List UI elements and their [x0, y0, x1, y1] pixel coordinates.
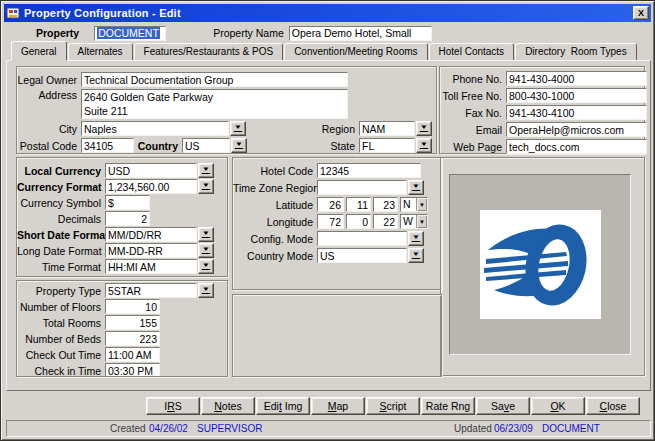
list-of-values-icon: ▼ [202, 167, 210, 174]
property-details-group: Property Type ▼ Number of Floors Total R… [16, 280, 228, 377]
decimals-input[interactable] [105, 211, 150, 226]
empty-panel [232, 294, 442, 377]
short-date-format-input[interactable] [105, 227, 197, 242]
region-input[interactable] [359, 121, 415, 136]
list-of-values-icon: ▼ [202, 231, 210, 238]
tab-general[interactable]: General [11, 41, 67, 60]
currency-format-input[interactable] [105, 179, 197, 194]
country-mode-label: Country Mode [233, 250, 317, 262]
number-of-beds-input[interactable] [105, 331, 160, 346]
state-input[interactable] [359, 138, 415, 153]
short-date-lov-button[interactable]: ▼ [198, 227, 214, 242]
fax-input[interactable] [506, 105, 647, 120]
property-name-input[interactable] [289, 26, 432, 41]
local-currency-input[interactable] [105, 163, 197, 178]
map-button[interactable]: Map [311, 397, 365, 415]
number-of-floors-label: Number of Floors [17, 301, 105, 313]
time-format-input[interactable] [105, 259, 197, 274]
phone-input[interactable] [506, 71, 647, 86]
property-header-row: Property DOCUMENT Property Name [1, 25, 654, 41]
longitude-minutes-input[interactable] [346, 214, 371, 229]
toll-free-label: Toll Free No. [440, 90, 506, 102]
check-in-time-input[interactable] [105, 363, 160, 377]
list-of-values-icon: ▼ [420, 125, 428, 132]
long-date-lov-button[interactable]: ▼ [198, 243, 214, 258]
time-format-label: Time Format [17, 261, 105, 273]
longitude-direction-select[interactable]: W ▼ [400, 214, 428, 229]
config-mode-input[interactable] [317, 231, 407, 246]
close-window-button[interactable]: X [633, 6, 649, 20]
check-out-time-input[interactable] [105, 347, 160, 362]
currency-format-lov-button[interactable]: ▼ [198, 179, 214, 194]
city-lov-button[interactable]: ▼ [230, 121, 246, 136]
city-input[interactable] [81, 121, 229, 136]
country-lov-button[interactable]: ▼ [231, 138, 247, 153]
number-of-beds-label: Number of Beds [17, 333, 105, 345]
fax-label: Fax No. [440, 107, 506, 119]
time-zone-region-input[interactable] [317, 180, 407, 195]
config-mode-lov-button[interactable]: ▼ [408, 231, 424, 246]
close-button[interactable]: Close [586, 397, 640, 415]
time-format-lov-button[interactable]: ▼ [198, 259, 214, 274]
hotel-code-input[interactable] [317, 163, 421, 178]
list-of-values-icon: ▼ [202, 247, 210, 254]
tab-alternates[interactable]: Alternates [68, 43, 133, 60]
property-input[interactable]: DOCUMENT [94, 26, 166, 41]
currency-symbol-input[interactable] [105, 195, 150, 210]
longitude-degrees-input[interactable] [317, 214, 344, 229]
latitude-minutes-input[interactable] [346, 197, 371, 212]
address-input[interactable]: 2640 Golden Gate Parkway Suite 211 [81, 89, 348, 119]
updated-label: Updated [454, 423, 492, 434]
state-lov-button[interactable]: ▼ [416, 138, 432, 153]
country-label: Country [134, 140, 182, 152]
property-type-lov-button[interactable]: ▼ [198, 283, 214, 298]
property-label: Property [36, 27, 79, 39]
updated-date: 06/23/09 [494, 423, 533, 434]
notes-button[interactable]: Notes [201, 397, 255, 415]
save-button[interactable]: Save [476, 397, 530, 415]
tab-hotel-contacts[interactable]: Hotel Contacts [429, 43, 515, 60]
legal-owner-input[interactable] [81, 72, 348, 87]
tab-directory-room-types[interactable]: Directory Room Types [515, 43, 637, 60]
region-lov-button[interactable]: ▼ [416, 121, 432, 136]
ok-button[interactable]: OK [531, 397, 585, 415]
country-input[interactable] [182, 138, 230, 153]
title-bar[interactable]: Property Configuration - Edit X [4, 4, 651, 22]
long-date-format-input[interactable] [105, 243, 197, 258]
list-of-values-icon: ▼ [420, 142, 428, 149]
chevron-down-icon: ▼ [416, 215, 427, 228]
web-page-input[interactable] [506, 139, 647, 154]
time-zone-lov-button[interactable]: ▼ [408, 180, 424, 195]
region-label: Region [313, 123, 359, 135]
latitude-seconds-input[interactable] [373, 197, 398, 212]
country-mode-lov-button[interactable]: ▼ [408, 248, 424, 263]
city-label: City [17, 123, 81, 135]
script-button[interactable]: Script [366, 397, 420, 415]
country-mode-input[interactable] [317, 248, 407, 263]
long-date-format-label: Long Date Format [17, 245, 105, 257]
created-date: 04/26/02 [149, 423, 188, 434]
rate-rng-button[interactable]: Rate Rng [421, 397, 475, 415]
longitude-seconds-input[interactable] [373, 214, 398, 229]
latitude-direction-select[interactable]: N ▼ [400, 197, 428, 212]
irs-button[interactable]: IRS [146, 397, 200, 415]
status-bar: Created 04/26/02 SUPERVISOR Updated 06/2… [6, 420, 651, 437]
address-line-1: 2640 Golden Gate Parkway [84, 90, 345, 104]
edit-img-button[interactable]: Edit Img [256, 397, 310, 415]
check-out-time-label: Check Out Time [17, 349, 105, 361]
postal-code-input[interactable] [81, 138, 134, 153]
local-currency-lov-button[interactable]: ▼ [198, 163, 214, 178]
toll-free-input[interactable] [506, 88, 647, 103]
tab-features-restaurants-pos[interactable]: Features/Restaurants & POS [134, 43, 284, 60]
property-image-group [440, 157, 645, 376]
property-type-label: Property Type [17, 285, 105, 297]
latitude-degrees-input[interactable] [317, 197, 344, 212]
tab-convention-meeting-rooms[interactable]: Convention/Meeting Rooms [284, 43, 427, 60]
property-type-input[interactable] [105, 283, 197, 298]
total-rooms-label: Total Rooms [17, 317, 105, 329]
number-of-floors-input[interactable] [105, 299, 160, 314]
general-tab-pane: Legal Owner Address 2640 Golden Gate Par… [6, 60, 651, 391]
total-rooms-input[interactable] [105, 315, 160, 330]
local-currency-label: Local Currency [17, 165, 105, 177]
email-input[interactable] [506, 122, 647, 137]
